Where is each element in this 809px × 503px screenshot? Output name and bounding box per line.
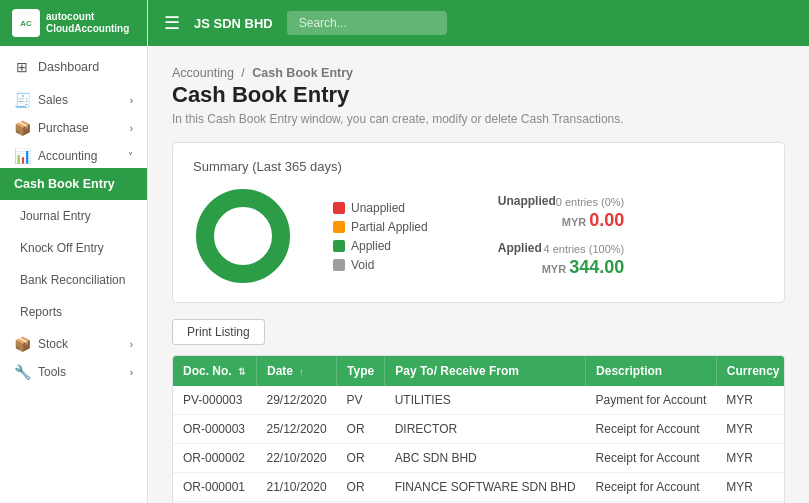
cell-description: Receipt for Account	[586, 444, 717, 473]
legend-label-unapplied: Unapplied	[351, 201, 405, 215]
chevron-down-icon: ˅	[128, 151, 133, 162]
sidebar: AC autocount CloudAccounting ⊞ Dashboard…	[0, 0, 148, 503]
page-description: In this Cash Book Entry window, you can …	[172, 112, 785, 126]
sidebar-item-purchase[interactable]: 📦 Purchase ›	[0, 112, 147, 140]
stats-area: Unapplied 0 entries (0%) MYR0.00 Applied	[498, 194, 625, 278]
sales-icon: 🧾	[14, 92, 30, 108]
sidebar-item-knock-off-entry[interactable]: Knock Off Entry	[0, 232, 147, 264]
table-row[interactable]: OR-000003 25/12/2020 OR DIRECTOR Receipt…	[173, 415, 785, 444]
legend-dot-partial	[333, 221, 345, 233]
sidebar-item-bank-reconciliation[interactable]: Bank Reconciliation	[0, 264, 147, 296]
table-row[interactable]: OR-000002 22/10/2020 OR ABC SDN BHD Rece…	[173, 444, 785, 473]
cell-date: 22/10/2020	[257, 444, 337, 473]
sort-icon-doc-no: ⇅	[238, 367, 246, 377]
sidebar-item-label: Tools	[38, 365, 66, 379]
cell-description: Receipt for Account	[586, 473, 717, 502]
col-description: Description	[586, 356, 717, 386]
purchase-icon: 📦	[14, 120, 30, 136]
cell-pay-to: FINANCE SOFTWARE SDN BHD	[385, 473, 586, 502]
print-listing-button[interactable]: Print Listing	[172, 319, 265, 345]
search-input[interactable]	[287, 11, 447, 35]
applied-label: Applied	[498, 241, 542, 255]
unapplied-label: Unapplied	[498, 194, 556, 208]
accounting-icon: 📊	[14, 148, 30, 164]
col-doc-no[interactable]: Doc. No. ⇅	[173, 356, 257, 386]
donut-chart	[193, 186, 293, 286]
sidebar-item-cash-book-entry[interactable]: Cash Book Entry	[0, 168, 147, 200]
legend-label-applied: Applied	[351, 239, 391, 253]
legend-item-unapplied: Unapplied	[333, 201, 428, 215]
cell-pay-to: UTILITIES	[385, 386, 586, 415]
breadcrumb-parent[interactable]: Accounting	[172, 66, 234, 80]
cell-doc-no: OR-000003	[173, 415, 257, 444]
legend-dot-unapplied	[333, 202, 345, 214]
table-row[interactable]: OR-000001 21/10/2020 OR FINANCE SOFTWARE…	[173, 473, 785, 502]
sidebar-item-label: Bank Reconciliation	[20, 273, 125, 287]
cell-currency: MYR	[716, 473, 785, 502]
cell-date: 29/12/2020	[257, 386, 337, 415]
stat-applied: Applied 4 entries (100%) MYR344.00	[498, 241, 625, 278]
sidebar-item-sales[interactable]: 🧾 Sales ›	[0, 84, 147, 112]
page-title: Cash Book Entry	[172, 82, 785, 108]
applied-currency: MYR	[542, 263, 566, 275]
sidebar-item-label: Accounting	[38, 149, 97, 163]
stock-icon: 📦	[14, 336, 30, 352]
cell-currency: MYR	[716, 415, 785, 444]
toolbar: Print Listing	[172, 319, 785, 345]
table-row[interactable]: PV-000003 29/12/2020 PV UTILITIES Paymen…	[173, 386, 785, 415]
sidebar-item-label: Stock	[38, 337, 68, 351]
cell-pay-to: ABC SDN BHD	[385, 444, 586, 473]
summary-content: Unapplied Partial Applied Applied Void	[193, 186, 764, 286]
chevron-right-icon: ›	[130, 123, 133, 134]
sidebar-nav: ⊞ Dashboard 🧾 Sales › 📦 Purchase › 📊 Acc…	[0, 46, 147, 503]
data-table-container: Doc. No. ⇅ Date ↑ Type Pay To/ Receive F…	[172, 355, 785, 503]
chevron-right-icon: ›	[130, 95, 133, 106]
summary-subtitle: (Last 365 days)	[252, 159, 342, 174]
company-name: JS SDN BHD	[194, 16, 273, 31]
sidebar-item-label: Sales	[38, 93, 68, 107]
sidebar-item-label: Journal Entry	[20, 209, 91, 223]
sidebar-item-stock[interactable]: 📦 Stock ›	[0, 328, 147, 356]
hamburger-icon[interactable]: ☰	[164, 12, 180, 34]
legend-dot-applied	[333, 240, 345, 252]
summary-title: Summary (Last 365 days)	[193, 159, 764, 174]
col-currency: Currency	[716, 356, 785, 386]
sidebar-item-label: Reports	[20, 305, 62, 319]
sidebar-item-label: Purchase	[38, 121, 89, 135]
col-date[interactable]: Date ↑	[257, 356, 337, 386]
cell-type: OR	[337, 415, 385, 444]
cell-date: 21/10/2020	[257, 473, 337, 502]
topbar: ☰ JS SDN BHD	[148, 0, 809, 46]
cell-currency: MYR	[716, 386, 785, 415]
logo-icon: AC	[12, 9, 40, 37]
sidebar-item-dashboard[interactable]: ⊞ Dashboard	[0, 50, 147, 84]
legend-item-partial: Partial Applied	[333, 220, 428, 234]
sidebar-item-journal-entry[interactable]: Journal Entry	[0, 200, 147, 232]
cell-currency: MYR	[716, 444, 785, 473]
cell-type: OR	[337, 444, 385, 473]
sidebar-item-label: Dashboard	[38, 60, 99, 74]
sidebar-item-tools[interactable]: 🔧 Tools ›	[0, 356, 147, 384]
cell-description: Payment for Account	[586, 386, 717, 415]
cell-doc-no: PV-000003	[173, 386, 257, 415]
legend: Unapplied Partial Applied Applied Void	[333, 201, 428, 272]
legend-item-applied: Applied	[333, 239, 428, 253]
sidebar-item-accounting[interactable]: 📊 Accounting ˅	[0, 140, 147, 168]
svg-point-1	[223, 216, 263, 256]
cell-doc-no: OR-000002	[173, 444, 257, 473]
chevron-right-icon: ›	[130, 339, 133, 350]
legend-label-void: Void	[351, 258, 374, 272]
cell-date: 25/12/2020	[257, 415, 337, 444]
breadcrumb-current: Cash Book Entry	[252, 66, 353, 80]
stat-unapplied: Unapplied 0 entries (0%) MYR0.00	[498, 194, 625, 231]
chevron-right-icon: ›	[130, 367, 133, 378]
legend-item-void: Void	[333, 258, 428, 272]
legend-dot-void	[333, 259, 345, 271]
sidebar-item-reports[interactable]: Reports	[0, 296, 147, 328]
cell-type: PV	[337, 386, 385, 415]
applied-entries: 4 entries (100%)	[544, 243, 625, 255]
cell-doc-no: OR-000001	[173, 473, 257, 502]
unapplied-amount: MYR0.00	[562, 210, 625, 230]
breadcrumb: Accounting / Cash Book Entry	[172, 66, 785, 80]
unapplied-currency: MYR	[562, 216, 586, 228]
